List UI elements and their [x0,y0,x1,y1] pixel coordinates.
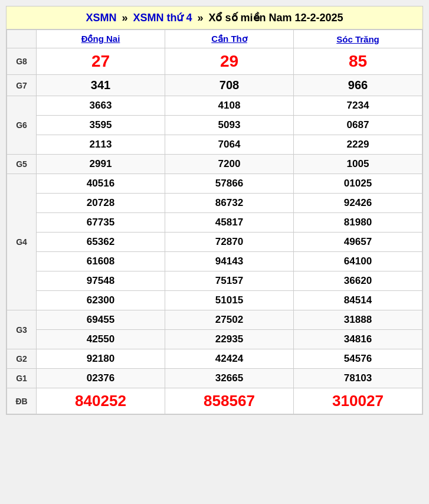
table-row-db: ĐB840252858567310027 [7,388,423,414]
col1-header[interactable]: Đồng Nai [37,30,165,48]
table-row: 211370642229 [7,135,423,155]
row-label-g4-0: G4 [7,174,37,310]
cell-g7-2: 966 [294,75,423,96]
cell-g4-5-1: 75157 [165,271,294,291]
table-row: 616089414364100 [7,252,423,271]
cell-g2-1: 42424 [165,349,294,369]
cell-g1-1: 32665 [165,369,294,388]
cell-db-0: 840252 [37,388,165,414]
xsmn-thu4-link[interactable]: XSMN thứ 4 [133,12,192,24]
table-row: 653627287049657 [7,233,423,252]
xsmn-link[interactable]: XSMN [86,12,116,24]
cell-g4-5-2: 36620 [294,271,423,291]
row-label-g7: G7 [7,75,37,96]
cell-g3-0-2: 31888 [294,310,423,330]
cell-g3-0-1: 27502 [165,310,294,330]
cell-g6-2-2: 2229 [294,135,423,155]
table-row: 677354581781980 [7,213,423,233]
cell-g4-4-2: 64100 [294,252,423,271]
cell-g4-6-1: 51015 [165,291,294,310]
cell-g6-1-2: 0687 [294,116,423,135]
cell-g6-0-0: 3663 [37,96,165,116]
cell-g6-2-1: 7064 [165,135,294,155]
cell-g6-1-0: 3595 [37,116,165,135]
cell-g3-1-1: 22935 [165,330,294,349]
cell-g8-2: 85 [294,48,423,75]
cell-g3-1-2: 34816 [294,330,423,349]
row-label-g2: G2 [7,349,37,369]
cell-g3-1-0: 42550 [37,330,165,349]
cell-g2-2: 54576 [294,349,423,369]
lottery-table: Đồng Nai Cần Thơ Sóc Trăng G8272985G7341… [6,30,423,414]
col2-header[interactable]: Cần Thơ [165,30,294,48]
cell-g4-6-2: 84514 [294,291,423,310]
table-row: 425502293534816 [7,330,423,349]
cell-g8-1: 29 [165,48,294,75]
table-row: G4405165786601025 [7,174,423,194]
page-title: Xổ số miền Nam 12-2-2025 [208,12,343,24]
table-row: G1023763266578103 [7,369,423,388]
row-label-g8: G8 [7,48,37,75]
row-label-g6-0: G6 [7,96,37,155]
cell-g4-0-0: 40516 [37,174,165,194]
cell-g6-1-1: 5093 [165,116,294,135]
cell-g4-4-1: 94143 [165,252,294,271]
cell-g7-0: 341 [37,75,165,96]
separator1: » [122,12,130,24]
cell-g4-1-1: 86732 [165,194,294,213]
cell-db-1: 858567 [165,388,294,414]
cell-g5-2: 1005 [294,155,423,174]
row-label-db: ĐB [7,388,37,414]
cell-g4-0-1: 57866 [165,174,294,194]
cell-g4-3-1: 72870 [165,233,294,252]
row-label-g1: G1 [7,369,37,388]
cell-g6-0-1: 4108 [165,96,294,116]
table-row: 623005101584514 [7,291,423,310]
cell-g6-2-0: 2113 [37,135,165,155]
cell-g5-1: 7200 [165,155,294,174]
cell-g1-2: 78103 [294,369,423,388]
table-row: G6366341087234 [7,96,423,116]
page-header: XSMN » XSMN thứ 4 » Xổ số miền Nam 12-2-… [6,6,423,30]
cell-g3-0-0: 69455 [37,310,165,330]
cell-g2-0: 92180 [37,349,165,369]
table-row: G5299172001005 [7,155,423,174]
table-row: G2921804242454576 [7,349,423,369]
cell-g4-1-0: 20728 [37,194,165,213]
table-row: G7341708966 [7,75,423,96]
table-row: 207288673292426 [7,194,423,213]
col3-header[interactable]: Sóc Trăng [294,30,423,48]
cell-g4-4-0: 61608 [37,252,165,271]
cell-g4-3-0: 65362 [37,233,165,252]
cell-g8-0: 27 [37,48,165,75]
cell-g5-0: 2991 [37,155,165,174]
main-container: XSMN » XSMN thứ 4 » Xổ số miền Nam 12-2-… [6,6,423,415]
separator2: » [197,12,206,24]
cell-g4-3-2: 49657 [294,233,423,252]
cell-g4-2-1: 45817 [165,213,294,233]
table-row: G8272985 [7,48,423,75]
row-label-g5: G5 [7,155,37,174]
table-row: 359550930687 [7,116,423,135]
cell-g4-1-2: 92426 [294,194,423,213]
cell-g6-0-2: 7234 [294,96,423,116]
empty-header [7,30,37,48]
table-row: G3694552750231888 [7,310,423,330]
row-label-g3-0: G3 [7,310,37,349]
cell-g4-6-0: 62300 [37,291,165,310]
cell-db-2: 310027 [294,388,423,414]
cell-g7-1: 708 [165,75,294,96]
table-row: 975487515736620 [7,271,423,291]
table-header-row: Đồng Nai Cần Thơ Sóc Trăng [7,30,423,48]
cell-g4-2-2: 81980 [294,213,423,233]
cell-g4-0-2: 01025 [294,174,423,194]
cell-g4-5-0: 97548 [37,271,165,291]
cell-g4-2-0: 67735 [37,213,165,233]
cell-g1-0: 02376 [37,369,165,388]
